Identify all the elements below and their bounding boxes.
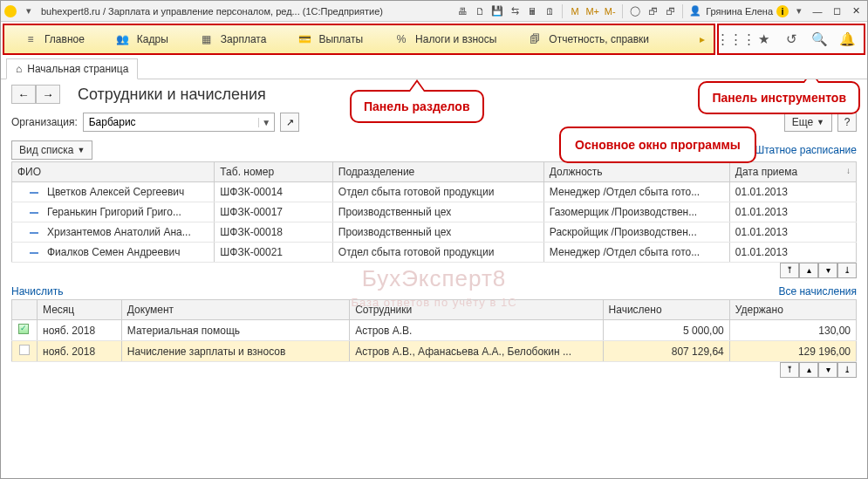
view-mode-button[interactable]: Вид списка▼ xyxy=(11,140,92,160)
section-taxes[interactable]: %Налоги и взносы xyxy=(379,25,512,53)
scroll-top[interactable]: ⤒ xyxy=(780,263,799,278)
callout-main: Основное окно программы xyxy=(559,127,756,163)
scroll-up[interactable]: ▴ xyxy=(799,362,818,378)
minimize-button[interactable]: — xyxy=(810,6,825,17)
help-button[interactable]: ? xyxy=(837,113,857,132)
scroll-up[interactable]: ▴ xyxy=(799,263,818,278)
nav-fwd-button[interactable]: → xyxy=(36,85,60,104)
menu-icon[interactable]: ▾ xyxy=(792,4,806,18)
accruals-grid[interactable]: Месяц Документ Сотрудники Начислено Удер… xyxy=(11,299,857,362)
close-button[interactable]: ✕ xyxy=(848,5,864,17)
table-icon: ▦ xyxy=(200,32,214,46)
page-title: Сотрудники и начисления xyxy=(78,86,266,104)
all-accruals-link[interactable]: Все начисления xyxy=(778,285,857,298)
people-icon: 👥 xyxy=(116,32,130,46)
favorite-icon[interactable]: ★ xyxy=(755,31,771,47)
more-button[interactable]: Еще▼ xyxy=(784,113,832,132)
draft-icon xyxy=(19,345,30,355)
org-dropdown-icon[interactable]: ▼ xyxy=(258,118,274,127)
card-icon: 💳 xyxy=(297,32,311,46)
home-tab[interactable]: ⌂ Начальная страница xyxy=(6,58,138,79)
apps-icon[interactable]: ⋮⋮⋮ xyxy=(728,31,743,47)
m-icon[interactable]: M xyxy=(568,4,582,18)
col-pos[interactable]: Должность xyxy=(543,162,729,182)
col-icon xyxy=(12,300,38,320)
org-combo[interactable]: ▼ xyxy=(83,113,275,132)
section-label: Отчетность, справки xyxy=(549,33,649,45)
callout-sections: Панель разделов xyxy=(350,90,484,123)
print-icon[interactable]: 🖶 xyxy=(455,4,469,18)
table-row[interactable]: Фиалков Семен АндреевичШФЗК-00021Отдел с… xyxy=(12,243,857,263)
scroll-top[interactable]: ⤒ xyxy=(780,362,799,378)
compare-icon[interactable]: ⇆ xyxy=(508,4,522,18)
maximize-button[interactable]: ◻ xyxy=(829,5,844,17)
app-logo-icon xyxy=(4,5,17,17)
user-name: Грянина Елена xyxy=(706,6,773,17)
bell-icon[interactable]: 🔔 xyxy=(839,31,855,47)
section-label: Главное xyxy=(44,33,85,45)
calc-icon[interactable]: 🖩 xyxy=(525,4,539,18)
scroll-down[interactable]: ▾ xyxy=(818,263,837,278)
breadcrumb-bar: ⌂ Начальная страница xyxy=(1,57,867,79)
col-emp[interactable]: Сотрудники xyxy=(350,300,603,320)
col-date[interactable]: Дата приема↓ xyxy=(729,162,856,182)
col-dep[interactable]: Подразделение xyxy=(332,162,543,182)
org-input[interactable] xyxy=(84,113,258,131)
list-icon: ≡ xyxy=(24,32,38,46)
section-staff[interactable]: 👥Кадры xyxy=(100,25,184,53)
col-doc[interactable]: Документ xyxy=(121,300,349,320)
preview-icon[interactable]: 🗋 xyxy=(473,4,487,18)
app-window: ▾ buhexpert8.ru / Зарплата и управление … xyxy=(0,0,868,479)
home-label: Начальная страница xyxy=(27,63,128,75)
sort-icon: ↓ xyxy=(846,166,851,175)
home-icon: ⌂ xyxy=(16,63,22,75)
table-row[interactable]: Цветков Алексей СергеевичШФЗК-00014Отдел… xyxy=(12,182,857,202)
sections-more[interactable]: ▸ xyxy=(694,33,710,45)
col-hold[interactable]: Удержано xyxy=(729,300,856,320)
staff-schedule-link[interactable]: Штатное расписание xyxy=(755,144,857,156)
mplus-icon[interactable]: M+ xyxy=(585,4,599,18)
grid2-scroll: ⤒ ▴ ▾ ⤓ xyxy=(11,362,857,378)
org-label: Организация: xyxy=(11,116,78,128)
section-main[interactable]: ≡Главное xyxy=(8,25,100,53)
table-row[interactable]: нояб. 2018Начисление зарплаты и взносовА… xyxy=(12,341,857,362)
col-month[interactable]: Месяц xyxy=(38,300,122,320)
titlebar: ▾ buhexpert8.ru / Зарплата и управление … xyxy=(1,1,867,22)
history-icon[interactable]: ↺ xyxy=(783,31,799,47)
dropdown-icon[interactable]: ▾ xyxy=(22,4,36,18)
section-payments[interactable]: 💳Выплаты xyxy=(282,25,379,53)
col-tab[interactable]: Таб. номер xyxy=(215,162,333,182)
section-label: Кадры xyxy=(137,33,168,45)
table-row[interactable]: Геранькин Григорий Григо...ШФЗК-00017Про… xyxy=(12,202,857,222)
scroll-down[interactable]: ▾ xyxy=(818,362,837,378)
nav-back-icon[interactable]: ◯ xyxy=(628,4,642,18)
user-icon: 👤 xyxy=(688,4,702,18)
save-icon[interactable]: 💾 xyxy=(490,4,504,18)
section-salary[interactable]: ▦Зарплата xyxy=(184,25,283,53)
section-reports[interactable]: 🗐Отчетность, справки xyxy=(512,25,665,53)
scroll-bottom[interactable]: ⤓ xyxy=(837,263,857,278)
col-fio[interactable]: ФИО xyxy=(12,162,215,182)
sections-panel: ≡Главное 👥Кадры ▦Зарплата 💳Выплаты %Нало… xyxy=(3,24,715,55)
col-acc[interactable]: Начислено xyxy=(603,300,729,320)
info-icon[interactable]: i xyxy=(776,5,789,17)
search-icon[interactable]: 🔍 xyxy=(811,31,827,47)
windows2-icon[interactable]: 🗗 xyxy=(663,4,677,18)
table-row[interactable]: нояб. 2018Материальная помощьАстров А.В.… xyxy=(12,320,857,341)
tool-panel: ⋮⋮⋮ ★ ↺ 🔍 🔔 xyxy=(717,24,865,55)
windows-icon[interactable]: 🗗 xyxy=(646,4,660,18)
content-area: БухЭксперт8 База ответов по учёту в 1С ←… xyxy=(1,79,867,478)
posted-icon xyxy=(18,324,29,334)
callout-tools: Панель инструментов xyxy=(698,81,860,114)
nav-back-button[interactable]: ← xyxy=(11,85,36,104)
section-label: Выплаты xyxy=(318,33,363,45)
employees-grid[interactable]: ФИО Таб. номер Подразделение Должность Д… xyxy=(11,161,857,263)
accrue-link[interactable]: Начислить xyxy=(11,285,63,298)
mminus-icon[interactable]: M- xyxy=(603,4,617,18)
table-row[interactable]: Хризантемов Анатолий Ана...ШФЗК-00018Про… xyxy=(12,222,857,243)
org-open-button[interactable]: ↗ xyxy=(280,113,299,132)
percent-icon: % xyxy=(394,32,408,46)
calendar-icon[interactable]: 🗓 xyxy=(543,4,557,18)
doc-icon: 🗐 xyxy=(528,32,542,46)
scroll-bottom[interactable]: ⤓ xyxy=(837,362,857,378)
